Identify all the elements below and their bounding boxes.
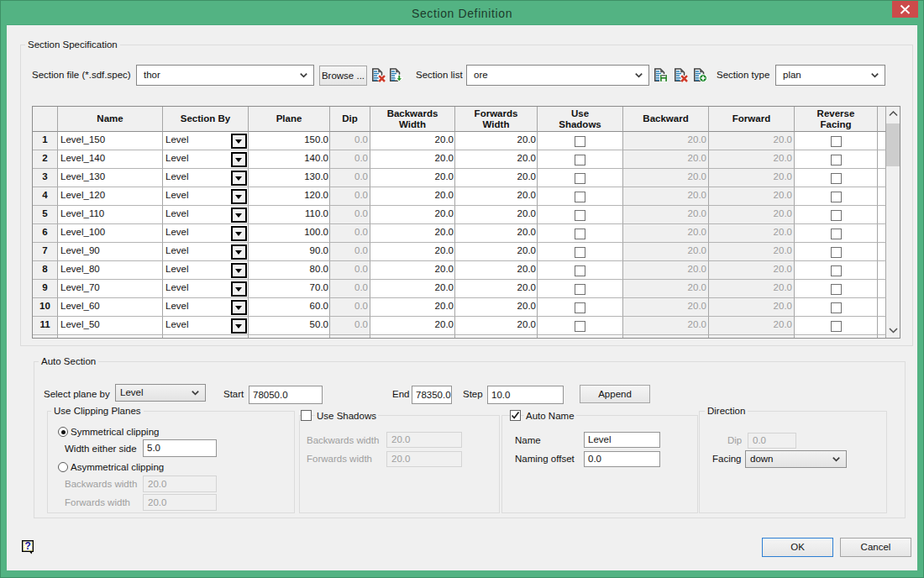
svg-text:?: ?: [25, 540, 31, 552]
